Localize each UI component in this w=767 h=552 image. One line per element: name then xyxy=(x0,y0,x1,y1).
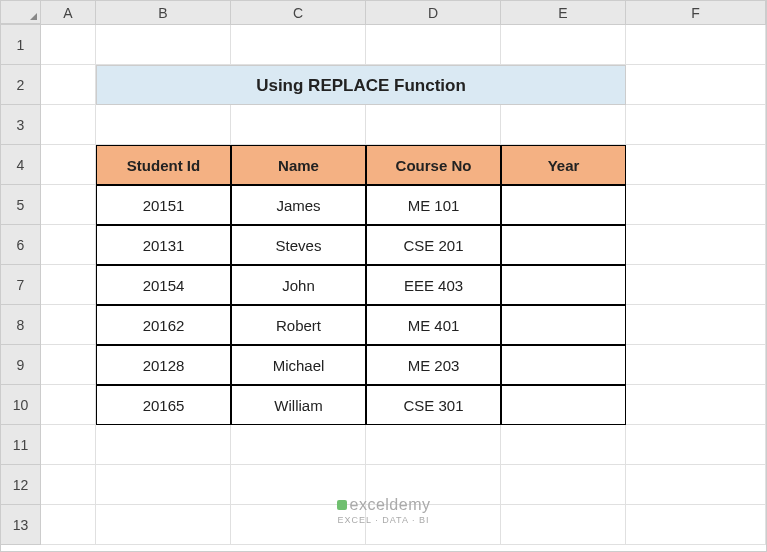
header-name[interactable]: Name xyxy=(231,145,366,185)
cell-A1[interactable] xyxy=(41,25,96,65)
cell-year[interactable] xyxy=(501,185,626,225)
cell-B3[interactable] xyxy=(96,105,231,145)
row-header-10[interactable]: 10 xyxy=(1,385,41,425)
cell-E1[interactable] xyxy=(501,25,626,65)
row-header-1[interactable]: 1 xyxy=(1,25,41,65)
title-merged-cell[interactable]: Using REPLACE Function xyxy=(96,65,626,105)
cell-B13[interactable] xyxy=(96,505,231,545)
cell-A2[interactable] xyxy=(41,65,96,105)
col-header-E[interactable]: E xyxy=(501,1,626,24)
column-headers-row: A B C D E F xyxy=(1,1,766,25)
row-header-4[interactable]: 4 xyxy=(1,145,41,185)
row-7: 7 20154 John EEE 403 xyxy=(1,265,766,305)
cell-F9[interactable] xyxy=(626,345,766,385)
row-header-9[interactable]: 9 xyxy=(1,345,41,385)
cell-student-id[interactable]: 20131 xyxy=(96,225,231,265)
cell-A13[interactable] xyxy=(41,505,96,545)
cell-course[interactable]: ME 101 xyxy=(366,185,501,225)
header-course-no[interactable]: Course No xyxy=(366,145,501,185)
row-header-7[interactable]: 7 xyxy=(1,265,41,305)
row-header-5[interactable]: 5 xyxy=(1,185,41,225)
cell-A4[interactable] xyxy=(41,145,96,185)
rows-container: 1 2 Using REPLACE Function 3 4 xyxy=(1,25,766,545)
row-4: 4 Student Id Name Course No Year xyxy=(1,145,766,185)
col-header-D[interactable]: D xyxy=(366,1,501,24)
cell-F4[interactable] xyxy=(626,145,766,185)
cell-course[interactable]: CSE 301 xyxy=(366,385,501,425)
cell-A10[interactable] xyxy=(41,385,96,425)
cell-F11[interactable] xyxy=(626,425,766,465)
cell-E13[interactable] xyxy=(501,505,626,545)
cell-A12[interactable] xyxy=(41,465,96,505)
cell-D11[interactable] xyxy=(366,425,501,465)
cell-B11[interactable] xyxy=(96,425,231,465)
cell-C11[interactable] xyxy=(231,425,366,465)
cell-course[interactable]: ME 401 xyxy=(366,305,501,345)
cell-A6[interactable] xyxy=(41,225,96,265)
row-header-6[interactable]: 6 xyxy=(1,225,41,265)
row-header-12[interactable]: 12 xyxy=(1,465,41,505)
cell-name[interactable]: James xyxy=(231,185,366,225)
cell-F6[interactable] xyxy=(626,225,766,265)
spreadsheet-grid: A B C D E F 1 2 Using REPLACE Function 3 xyxy=(0,0,767,552)
cell-name[interactable]: Robert xyxy=(231,305,366,345)
cell-A9[interactable] xyxy=(41,345,96,385)
cell-student-id[interactable]: 20128 xyxy=(96,345,231,385)
cell-year[interactable] xyxy=(501,385,626,425)
cell-F2[interactable] xyxy=(626,65,766,105)
watermark-brand-text: exceldemy xyxy=(350,496,431,513)
cell-name[interactable]: John xyxy=(231,265,366,305)
cell-F5[interactable] xyxy=(626,185,766,225)
row-header-11[interactable]: 11 xyxy=(1,425,41,465)
cell-A5[interactable] xyxy=(41,185,96,225)
watermark-brand: exceldemy xyxy=(337,495,431,516)
cell-name[interactable]: William xyxy=(231,385,366,425)
header-year[interactable]: Year xyxy=(501,145,626,185)
cell-F13[interactable] xyxy=(626,505,766,545)
cell-D1[interactable] xyxy=(366,25,501,65)
cell-year[interactable] xyxy=(501,265,626,305)
row-header-3[interactable]: 3 xyxy=(1,105,41,145)
cell-student-id[interactable]: 20151 xyxy=(96,185,231,225)
cell-E11[interactable] xyxy=(501,425,626,465)
cell-F10[interactable] xyxy=(626,385,766,425)
cell-A7[interactable] xyxy=(41,265,96,305)
cell-F8[interactable] xyxy=(626,305,766,345)
cell-A8[interactable] xyxy=(41,305,96,345)
header-student-id[interactable]: Student Id xyxy=(96,145,231,185)
cell-A3[interactable] xyxy=(41,105,96,145)
cell-year[interactable] xyxy=(501,345,626,385)
cell-F7[interactable] xyxy=(626,265,766,305)
cell-course[interactable]: ME 203 xyxy=(366,345,501,385)
cell-C1[interactable] xyxy=(231,25,366,65)
cell-C3[interactable] xyxy=(231,105,366,145)
cell-year[interactable] xyxy=(501,305,626,345)
row-header-8[interactable]: 8 xyxy=(1,305,41,345)
cell-name[interactable]: Steves xyxy=(231,225,366,265)
cell-B12[interactable] xyxy=(96,465,231,505)
cell-name[interactable]: Michael xyxy=(231,345,366,385)
row-2: 2 Using REPLACE Function xyxy=(1,65,766,105)
row-header-2[interactable]: 2 xyxy=(1,65,41,105)
cell-F3[interactable] xyxy=(626,105,766,145)
cell-student-id[interactable]: 20162 xyxy=(96,305,231,345)
cell-E3[interactable] xyxy=(501,105,626,145)
cell-E12[interactable] xyxy=(501,465,626,505)
col-header-A[interactable]: A xyxy=(41,1,96,24)
cell-F1[interactable] xyxy=(626,25,766,65)
cell-F12[interactable] xyxy=(626,465,766,505)
cell-A11[interactable] xyxy=(41,425,96,465)
row-header-13[interactable]: 13 xyxy=(1,505,41,545)
row-8: 8 20162 Robert ME 401 xyxy=(1,305,766,345)
col-header-F[interactable]: F xyxy=(626,1,766,24)
cell-student-id[interactable]: 20154 xyxy=(96,265,231,305)
cell-year[interactable] xyxy=(501,225,626,265)
select-all-corner[interactable] xyxy=(1,1,41,24)
cell-B1[interactable] xyxy=(96,25,231,65)
cell-D3[interactable] xyxy=(366,105,501,145)
col-header-B[interactable]: B xyxy=(96,1,231,24)
col-header-C[interactable]: C xyxy=(231,1,366,24)
cell-course[interactable]: EEE 403 xyxy=(366,265,501,305)
cell-course[interactable]: CSE 201 xyxy=(366,225,501,265)
cell-student-id[interactable]: 20165 xyxy=(96,385,231,425)
